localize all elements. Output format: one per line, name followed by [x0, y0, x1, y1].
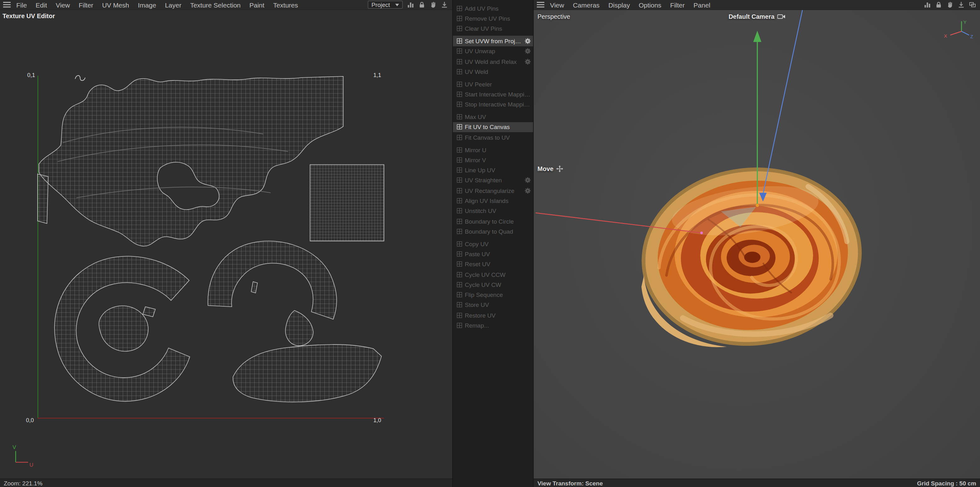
uv-canvas[interactable]: Texture UV Editor 0,1 1,1 0,0 1,0	[0, 10, 452, 479]
command-set-uvw-from-projection[interactable]: Set UVW from Projection	[453, 36, 533, 46]
menu-panel[interactable]: Panel	[689, 1, 715, 8]
command-group: Max UVFit UV to CanvasFit Canvas to UV	[453, 112, 533, 143]
command-uv-peeler[interactable]: UV Peeler	[453, 79, 533, 89]
menu-view[interactable]: View	[546, 1, 568, 8]
command-uv-weld-and-relax[interactable]: UV Weld and Relax	[453, 56, 533, 67]
left-statusbar: Zoom: 221.1%	[0, 479, 452, 487]
lock-icon[interactable]	[935, 1, 942, 8]
menu-image[interactable]: Image	[134, 1, 161, 8]
command-label: Line Up UV	[465, 167, 531, 173]
command-cycle-uv-cw[interactable]: Cycle UV CW	[453, 279, 533, 290]
bar-chart-icon[interactable]	[407, 1, 414, 8]
z-axis-label: Z	[970, 34, 973, 39]
command-label: Stop Interactive Mapping	[465, 101, 531, 108]
rose-model[interactable]	[633, 157, 871, 356]
command-unstitch-uv[interactable]: Unstitch UV	[453, 206, 533, 216]
command-group: Add UV PinsRemove UV PinsClear UV Pins	[453, 3, 533, 34]
orientation-axis-gizmo[interactable]: Y X Z	[942, 18, 975, 41]
command-group: Copy UVPaste UVReset UVCycle UV CCWCycle…	[453, 239, 533, 330]
command-start-interactive-mapping[interactable]: Start Interactive Mapping	[453, 89, 533, 100]
menu-layer[interactable]: Layer	[161, 1, 186, 8]
screens-icon[interactable]	[969, 1, 975, 8]
command-label: Remove UV Pins	[465, 15, 531, 22]
gear-icon[interactable]	[525, 49, 531, 54]
command-label: Add UV Pins	[465, 5, 531, 11]
command-icon	[457, 323, 462, 328]
command-cycle-uv-ccw[interactable]: Cycle UV CCW	[453, 269, 533, 280]
project-dropdown[interactable]: Project	[368, 1, 403, 9]
command-remap[interactable]: Remap...	[453, 320, 533, 331]
command-reset-uv[interactable]: Reset UV	[453, 259, 533, 269]
command-boundary-to-quad[interactable]: Boundary to Quad	[453, 226, 533, 236]
menu-file[interactable]: File	[12, 1, 31, 8]
uv-squiggle	[75, 75, 85, 81]
command-stop-interactive-mapping[interactable]: Stop Interactive Mapping	[453, 99, 533, 110]
menu-edit[interactable]: Edit	[31, 1, 51, 8]
command-icon	[457, 114, 462, 119]
x-axis-label: X	[944, 33, 947, 38]
command-copy-uv[interactable]: Copy UV	[453, 239, 533, 249]
command-icon	[457, 198, 462, 204]
command-remove-uv-pins[interactable]: Remove UV Pins	[453, 13, 533, 24]
command-fit-canvas-to-uv[interactable]: Fit Canvas to UV	[453, 132, 533, 143]
camera-label[interactable]: Default Camera	[729, 13, 785, 20]
command-label: Remap...	[465, 322, 531, 329]
download-icon[interactable]	[441, 1, 448, 8]
command-paste-uv[interactable]: Paste UV	[453, 249, 533, 259]
uv-corner-label-11: 1,1	[373, 72, 381, 78]
command-store-uv[interactable]: Store UV	[453, 300, 533, 310]
download-icon[interactable]	[958, 1, 964, 8]
uv-axis-gizmo: V U	[11, 444, 36, 467]
viewport-statusbar: View Transform: Scene Grid Spacing : 50 …	[534, 479, 980, 487]
gear-icon[interactable]	[525, 38, 531, 44]
z-axis-handle	[763, 10, 802, 194]
command-add-uv-pins[interactable]: Add UV Pins	[453, 3, 533, 13]
command-align-uv-islands[interactable]: Align UV Islands	[453, 196, 533, 206]
command-icon	[457, 261, 462, 267]
command-label: Mirror U	[465, 146, 531, 153]
menu-filter[interactable]: Filter	[74, 1, 98, 8]
hamburger-icon[interactable]	[537, 2, 544, 8]
menu-paint[interactable]: Paint	[245, 1, 269, 8]
command-label: UV Weld and Relax	[465, 58, 522, 65]
hamburger-icon[interactable]	[3, 2, 11, 8]
hand-icon[interactable]	[430, 1, 437, 8]
command-boundary-to-circle[interactable]: Boundary to Circle	[453, 216, 533, 226]
command-fit-uv-to-canvas[interactable]: Fit UV to Canvas	[453, 122, 533, 132]
viewport-menu: ViewCamerasDisplayOptionsFilterPanel	[546, 1, 715, 8]
command-label: Set UVW from Projection	[465, 38, 522, 45]
menu-texture-selection[interactable]: Texture Selection	[186, 1, 245, 8]
viewport-3d[interactable]: Perspective Default Camera Move Y X Z	[534, 10, 980, 479]
command-uv-unwrap[interactable]: UV Unwrap	[453, 46, 533, 56]
menu-options[interactable]: Options	[634, 1, 665, 8]
command-icon	[457, 59, 462, 64]
menu-textures[interactable]: Textures	[269, 1, 302, 8]
command-flip-sequence[interactable]: Flip Sequence	[453, 290, 533, 300]
command-max-uv[interactable]: Max UV	[453, 112, 533, 122]
bar-chart-icon[interactable]	[924, 1, 931, 8]
command-icon	[457, 188, 462, 193]
y-axis-arrowhead	[753, 31, 761, 42]
command-line-up-uv[interactable]: Line Up UV	[453, 165, 533, 175]
command-uv-weld[interactable]: UV Weld	[453, 67, 533, 77]
command-icon	[457, 49, 462, 54]
command-uv-straighten[interactable]: UV Straighten	[453, 175, 533, 186]
command-label: Boundary to Circle	[465, 218, 531, 224]
command-clear-uv-pins[interactable]: Clear UV Pins	[453, 24, 533, 34]
command-mirror-v[interactable]: Mirror V	[453, 155, 533, 165]
gear-icon[interactable]	[525, 178, 531, 183]
command-mirror-u[interactable]: Mirror U	[453, 145, 533, 155]
command-uv-rectangularize[interactable]: UV Rectangularize	[453, 185, 533, 196]
menu-cameras[interactable]: Cameras	[568, 1, 604, 8]
menu-uv-mesh[interactable]: UV Mesh	[98, 1, 134, 8]
command-icon	[457, 218, 462, 224]
gear-icon[interactable]	[525, 188, 531, 193]
gear-icon[interactable]	[525, 59, 531, 64]
command-restore-uv[interactable]: Restore UV	[453, 310, 533, 320]
command-icon	[457, 178, 462, 183]
menu-display[interactable]: Display	[604, 1, 634, 8]
menu-filter[interactable]: Filter	[666, 1, 689, 8]
lock-icon[interactable]	[418, 1, 425, 8]
hand-icon[interactable]	[946, 1, 953, 8]
menu-view[interactable]: View	[51, 1, 74, 8]
